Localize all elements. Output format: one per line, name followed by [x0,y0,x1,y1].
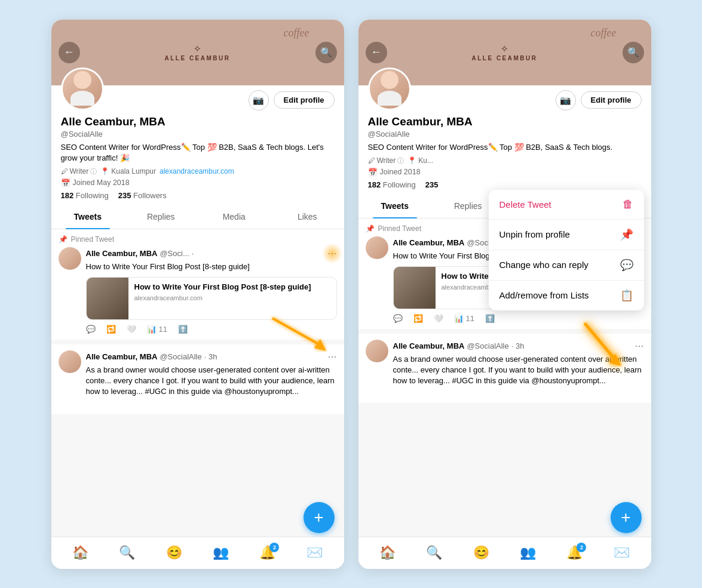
pin-icon: 📌 [620,228,633,241]
left-meta-writer: Writer [70,167,89,176]
left-tweet-actions: 💬 🔁 🤍 📊 11 ⬆️ [86,325,337,334]
left-profile-name: Alle Ceambur, MBA [61,115,335,128]
left-tweet-card-image [87,278,128,319]
right-edit-profile-button[interactable]: Edit profile [581,91,642,109]
right-share-action[interactable]: ⬆️ [485,314,495,323]
right-nav-messages[interactable]: ✉️ [614,545,630,561]
left-tab-likes[interactable]: Likes [271,205,344,229]
left-retweet-action[interactable]: 🔁 [106,325,116,334]
left-second-tweet-name: Alle Ceambur, MBA [86,352,158,361]
context-delete-tweet[interactable]: Delete Tweet 🗑 [489,190,644,220]
left-second-tweet-content: Alle Ceambur, MBA @SocialAlle · 3h ··· A… [86,350,337,402]
left-feed: 📌 Pinned Tweet Alle Ceambur, MBA @Soci..… [51,229,344,569]
right-notification-badge: 2 [577,543,586,552]
left-nav-messages[interactable]: ✉️ [306,545,323,561]
left-second-tweet-text: As a brand owner would choose user-gener… [86,365,337,398]
context-lists[interactable]: Add/remove from Lists 📋 [489,281,644,310]
left-nav-home[interactable]: 🏠 [72,545,88,561]
context-reply-settings[interactable]: Change who can reply 💬 [489,250,644,281]
left-tweet-time: · [192,249,194,258]
left-fab-button[interactable]: + [304,502,335,533]
left-stats-action[interactable]: 📊 11 [147,325,167,334]
left-second-tweet-avatar [59,350,81,373]
left-brand-symbol: ⟡ [165,43,231,54]
list-icon: 📋 [620,289,633,302]
left-tweet-card-info: How to Write Your First Blog Post [8-ste… [128,278,336,319]
left-joined-row: 📅 Joined May 2018 [61,178,335,187]
left-back-button[interactable]: ← [59,42,80,63]
right-nav-communities[interactable]: 👥 [520,545,536,561]
right-avatar-row: 📷 Edit profile [368,67,642,110]
left-meta-link[interactable]: alexandraceambur.com [160,167,234,176]
left-tweet-card[interactable]: How to Write Your First Blog Post [8-ste… [86,277,337,320]
right-second-tweet-dots[interactable]: ··· [634,340,643,352]
left-profile-section: 📷 Edit profile Alle Ceambur, MBA @Social… [51,85,344,205]
left-reply-action[interactable]: 💬 [86,325,96,334]
right-profile-meta: 🖊 Writer ⓘ 📍 Ku... [368,156,642,165]
right-divider [358,329,651,334]
left-tab-tweets[interactable]: Tweets [51,205,125,229]
left-tabs-row: Tweets Replies Media Likes [51,205,344,229]
right-brand-name: ALLE CEAMBUR [472,55,538,61]
right-reply-action[interactable]: 💬 [393,314,403,323]
left-bottom-nav: 🏠 🔍 😊 👥 🔔 2 ✉️ [51,537,344,569]
left-second-tweet-dots[interactable]: ··· [327,350,336,363]
left-tweet-dots-button[interactable]: ··· [327,247,336,260]
right-second-tweet-time: · 3h [511,341,525,350]
left-pinned-section: 📌 Pinned Tweet Alle Ceambur, MBA @Soci..… [51,229,344,340]
left-tweet-card-title: How to Write Your First Blog Post [8-ste… [134,282,330,293]
right-profile-section: 📷 Edit profile Alle Ceambur, MBA @Social… [358,85,651,194]
left-nav-search[interactable]: 🔍 [119,545,135,561]
left-tweet-handle: @Soci... [160,249,189,258]
left-second-tweet: Alle Ceambur, MBA @SocialAlle · 3h ··· A… [51,344,344,414]
right-profile-stats: 182 Following 235 [368,180,642,189]
left-tweet-card-domain: alexandraceambur.com [134,294,330,301]
right-tweet-card-image [394,267,436,309]
left-share-action[interactable]: ⬆️ [178,325,188,334]
left-nav-notifications[interactable]: 🔔 2 [259,545,275,561]
left-meta-location: Kuala Lumpur [111,167,156,176]
right-joined: Joined 2018 [380,168,421,176]
left-phone-card: ← coffee ⟡ ALLE CEAMBUR 🔍 📷 Edit profile [51,20,344,569]
left-profile-handle: @SocialAlle [61,130,335,138]
right-coffee-text: coffee [591,27,617,39]
right-nav-spaces[interactable]: 😊 [473,545,489,561]
context-unpin[interactable]: Unpin from profile 📌 [489,220,644,250]
left-tweet-avatar [59,247,81,270]
left-tab-replies[interactable]: Replies [124,205,198,229]
left-tab-media[interactable]: Media [198,205,271,229]
left-brand-name: ALLE CEAMBUR [165,55,231,61]
left-camera-button[interactable]: 📷 [249,90,269,110]
right-avatar [368,67,411,110]
right-search-button[interactable]: 🔍 [623,42,644,63]
right-nav-home[interactable]: 🏠 [379,545,396,561]
right-second-tweet-text: As a brand owner would choose user-gener… [393,354,644,387]
right-context-menu: Delete Tweet 🗑 Unpin from profile 📌 Chan… [489,190,644,310]
right-like-action[interactable]: 🤍 [434,314,443,323]
right-brand-center: ⟡ ALLE CEAMBUR [472,43,538,61]
right-profile-name: Alle Ceambur, MBA [368,115,642,128]
left-like-action[interactable]: 🤍 [127,325,136,334]
right-second-tweet-handle: @SocialAlle [467,341,508,350]
right-tweet-avatar [366,236,388,259]
left-nav-communities[interactable]: 👥 [213,545,229,561]
right-tab-tweets[interactable]: Tweets [358,194,432,218]
left-search-button[interactable]: 🔍 [315,42,337,63]
left-profile-bio: SEO Content Writer for WordPress✏️ Top 💯… [61,142,335,164]
left-avatar-row: 📷 Edit profile [61,67,335,110]
right-nav-notifications[interactable]: 🔔 2 [566,545,583,561]
right-camera-button[interactable]: 📷 [556,90,576,110]
left-avatar [61,67,104,110]
right-fab-button[interactable]: + [611,502,642,533]
left-brand-center: ⟡ ALLE CEAMBUR [165,43,231,61]
right-nav-search[interactable]: 🔍 [426,545,442,561]
right-back-button[interactable]: ← [366,42,387,63]
left-tweet-content: Alle Ceambur, MBA @Soci... · ··· How to … [86,247,337,334]
left-notification-badge: 2 [269,543,279,552]
delete-icon: 🗑 [623,198,633,211]
right-retweet-action[interactable]: 🔁 [413,314,423,323]
left-nav-spaces[interactable]: 😊 [166,545,182,561]
right-stats-action[interactable]: 📊 11 [454,314,474,323]
left-profile-meta: 🖊 Writer ⓘ 📍 Kuala Lumpur alexandraceamb… [61,167,335,176]
left-edit-profile-button[interactable]: Edit profile [274,91,335,109]
